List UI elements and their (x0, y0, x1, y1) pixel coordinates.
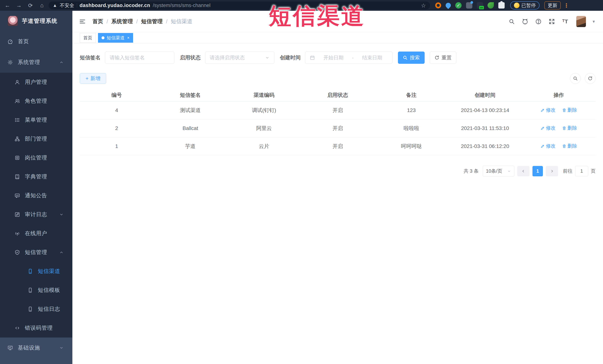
sidebar-item-3[interactable]: 用户管理 (0, 73, 72, 92)
status-label: 启用状态 (180, 54, 201, 61)
sidebar-item-12[interactable]: 短信管理 (0, 243, 72, 262)
delete-link[interactable]: 删除 (562, 143, 577, 149)
sidebar-item-7[interactable]: 岗位管理 (0, 148, 72, 167)
edit-link[interactable]: 修改 (540, 125, 556, 131)
cell-operations: 修改删除 (522, 137, 596, 155)
search-button-label: 搜索 (410, 54, 420, 61)
sidebar-item-5[interactable]: 菜单管理 (0, 110, 72, 129)
header-search-icon[interactable] (508, 18, 515, 25)
puzzle-extensions-icon[interactable] (498, 2, 505, 9)
start-date-placeholder[interactable]: 开始日期 (318, 54, 349, 61)
sidebar-item-11[interactable]: 在线用户 (0, 224, 72, 243)
end-date-placeholder[interactable]: 结束日期 (357, 54, 388, 61)
plant-extension-icon[interactable] (487, 2, 494, 9)
sidebar-item-13[interactable]: 短信渠道 (0, 262, 72, 281)
sidebar-item-9[interactable]: 通知公告 (0, 186, 72, 205)
search-button[interactable]: 搜索 (398, 52, 425, 64)
delete-link[interactable]: 删除 (562, 107, 577, 113)
font-size-icon[interactable]: ᵀT (562, 18, 568, 25)
delete-link-label: 删除 (568, 143, 577, 149)
chevron-up-icon (59, 60, 64, 65)
sidebar-item-15[interactable]: 短信日志 (0, 300, 72, 319)
address-bar[interactable]: ▲ 不安全 dashboard.yudao.iocoder.cn/system/… (49, 1, 430, 9)
chrome-update-button[interactable]: 更新 (544, 1, 561, 10)
avatar-caret-icon[interactable]: ▾ (593, 19, 595, 24)
tab-2[interactable]: 短信渠道× (98, 33, 133, 43)
sidebar-item-1[interactable]: 首页 (0, 31, 72, 52)
edit-icon (540, 126, 545, 130)
reset-button[interactable]: 重置 (430, 52, 456, 64)
browser-reload-icon[interactable]: ⟳ (26, 1, 35, 10)
security-warning-label[interactable]: 不安全 (60, 2, 74, 9)
tab-1[interactable]: 首页 (80, 33, 96, 43)
user-icon (14, 79, 20, 85)
sidebar-item-4[interactable]: 角色管理 (0, 92, 72, 110)
app-logo-row[interactable]: 芋道管理系统 (0, 11, 72, 31)
app-title: 芋道管理系统 (22, 17, 58, 25)
add-button[interactable]: + 新增 (80, 73, 106, 84)
sidebar-item-16[interactable]: 错误码管理 (0, 319, 72, 338)
paused-extension-badge[interactable]: 已暂停 (510, 1, 540, 10)
green-check-extension-icon[interactable]: ✓ (455, 2, 462, 9)
sidebar-item-6[interactable]: 部门管理 (0, 129, 72, 148)
page-number-button[interactable]: 1 (533, 166, 543, 176)
delete-link[interactable]: 删除 (562, 125, 577, 131)
sidebar: 芋道管理系统 首页系统管理用户管理角色管理菜单管理部门管理岗位管理字典管理通知公… (0, 11, 72, 364)
sign-label: 短信签名 (80, 54, 101, 61)
chevron-right-icon (550, 169, 554, 173)
sidebar-item-17[interactable]: 基础设施 (0, 338, 72, 358)
security-warning-icon[interactable]: ▲ (53, 3, 57, 8)
refresh-table-button[interactable] (585, 73, 596, 84)
table-toolbar: + 新增 (80, 73, 596, 84)
fullscreen-icon[interactable] (548, 18, 555, 25)
cell-sign: Ballcat (153, 119, 227, 137)
sign-input[interactable]: 请输入短信签名 (105, 52, 174, 64)
browser-menu-icon[interactable]: ⋮ (564, 2, 569, 9)
breadcrumb-item-3[interactable]: 短信管理 (141, 18, 162, 25)
cell-status: 开启 (301, 101, 374, 119)
page-size-select[interactable]: 10条/页 (483, 166, 514, 176)
github-icon[interactable] (522, 18, 528, 25)
browser-back-icon[interactable]: ← (3, 1, 12, 10)
cell-id: 1 (80, 137, 153, 155)
close-tab-icon[interactable]: × (127, 35, 129, 40)
breadcrumb-item-1[interactable]: 首页 (93, 18, 103, 25)
user-avatar[interactable] (576, 16, 586, 27)
goto-page-input[interactable]: 1 (575, 166, 588, 176)
sidebar-item-8[interactable]: 字典管理 (0, 167, 72, 186)
collapse-sidebar-icon[interactable] (79, 18, 86, 25)
bookmark-star-icon[interactable]: ☆ (421, 2, 426, 9)
sidebar-item-label: 菜单管理 (25, 116, 47, 124)
sliders-extension-icon[interactable] (466, 2, 472, 9)
sidebar-item-label: 系统管理 (18, 59, 40, 66)
date-range-picker[interactable]: 开始日期 - 结束日期 (305, 52, 392, 64)
location-pin-extension-icon[interactable] (444, 2, 452, 9)
sidebar-item-label: 用户管理 (25, 78, 47, 86)
next-page-button[interactable] (546, 166, 558, 176)
browser-home-icon[interactable]: ⌂ (37, 1, 47, 10)
breadcrumb-separator: / (106, 19, 108, 25)
sidebar-item-14[interactable]: 短信模板 (0, 281, 72, 300)
orange-ring-extension-icon[interactable] (435, 2, 441, 8)
edit-link[interactable]: 修改 (540, 143, 556, 149)
sidebar-item-2[interactable]: 系统管理 (0, 52, 72, 73)
browser-forward-icon[interactable]: → (14, 1, 24, 10)
note-on-extension-icon[interactable] (477, 2, 483, 9)
sms-shield-icon (14, 250, 20, 255)
pagination: 共 3 条 10条/页 1 前往 1 页 (80, 166, 596, 176)
active-tab-dot (102, 36, 104, 39)
edit-link[interactable]: 修改 (540, 107, 556, 113)
table-row: 4测试渠道调试(钉钉)开启1232021-04-13 00:23:14修改删除 (80, 101, 596, 119)
help-icon[interactable] (535, 18, 542, 25)
status-select[interactable]: 请选择启用状态 (205, 52, 274, 64)
edit-link-label: 修改 (546, 125, 556, 131)
toggle-search-button[interactable] (570, 73, 581, 84)
prev-page-button[interactable] (517, 166, 530, 176)
breadcrumb-item-2[interactable]: 系统管理 (111, 18, 133, 25)
column-header: 渠道编码 (227, 89, 301, 101)
sidebar-item-10[interactable]: 审计日志 (0, 205, 72, 224)
tab-label: 短信渠道 (107, 35, 125, 41)
chevron-down-icon (507, 169, 511, 173)
tabbar: 首页短信渠道× (72, 33, 603, 43)
sign-placeholder: 请输入短信签名 (110, 54, 145, 61)
